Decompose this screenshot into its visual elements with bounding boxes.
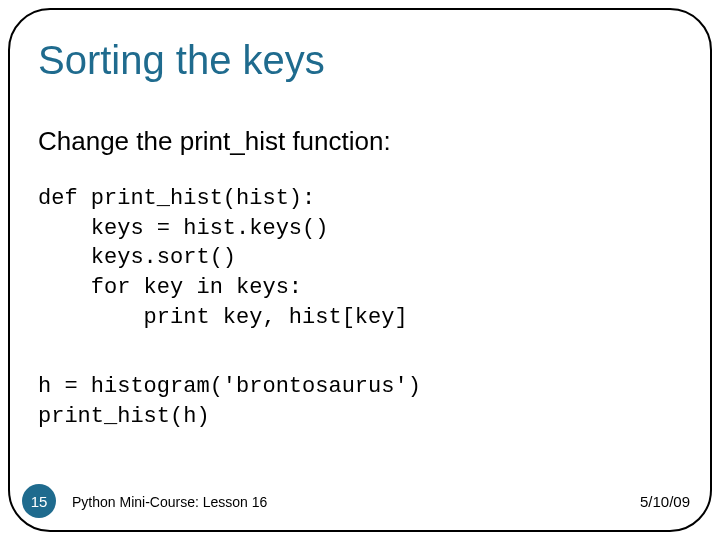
date-label: 5/10/09	[640, 493, 690, 510]
course-label: Python Mini-Course: Lesson 16	[72, 494, 267, 510]
slide-number-badge: 15	[22, 484, 56, 518]
slide-number: 15	[31, 493, 48, 510]
slide: Sorting the keys Change the print_hist f…	[0, 0, 720, 540]
slide-subtitle: Change the print_hist function:	[38, 126, 391, 157]
code-block-usage: h = histogram('brontosaurus') print_hist…	[38, 372, 421, 431]
slide-title: Sorting the keys	[38, 38, 325, 83]
code-block-function: def print_hist(hist): keys = hist.keys()…	[38, 184, 408, 332]
